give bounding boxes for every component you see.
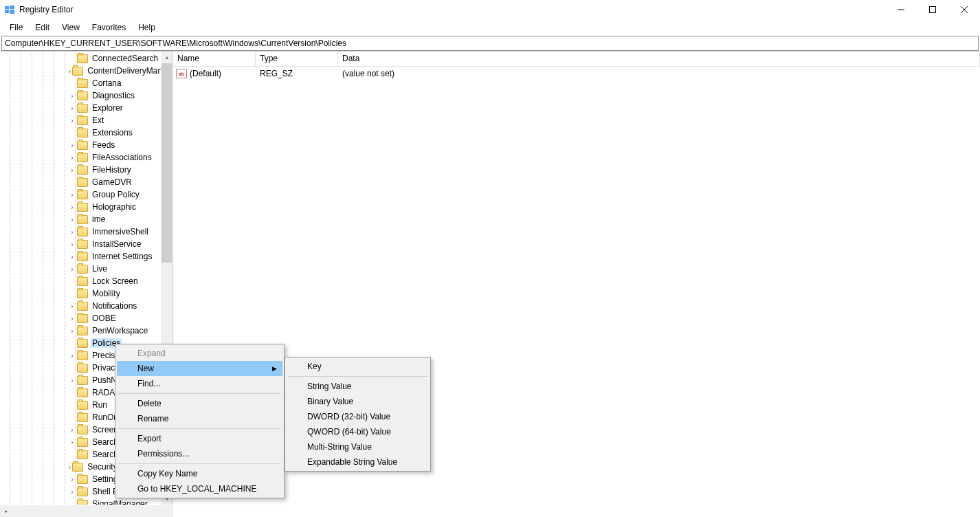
menu-help[interactable]: Help bbox=[133, 21, 161, 34]
context-menu: Expand New▶ Find... Delete Rename Export… bbox=[115, 344, 285, 498]
folder-icon bbox=[77, 190, 88, 199]
tree-item-label: Lock Screen bbox=[91, 276, 140, 286]
folder-icon bbox=[77, 129, 88, 138]
tree-item-label: Mobility bbox=[91, 289, 122, 298]
folder-icon bbox=[77, 54, 88, 63]
folder-icon bbox=[77, 475, 88, 484]
folder-icon bbox=[77, 252, 88, 261]
folder-icon bbox=[77, 388, 88, 397]
app-icon bbox=[4, 4, 15, 15]
tree-horizontal-scrollbar[interactable]: ◂ ▸ bbox=[0, 505, 173, 517]
svg-rect-0 bbox=[5, 6, 9, 9]
tree-item-label: Group Policy bbox=[91, 190, 141, 199]
folder-icon bbox=[77, 487, 88, 496]
folder-icon bbox=[72, 67, 83, 76]
ctx-export[interactable]: Export bbox=[117, 431, 282, 446]
tree-item-label: PenWorkspace bbox=[91, 326, 149, 336]
list-header: Name Type Data bbox=[173, 52, 980, 67]
ctx-goto-hklm[interactable]: Go to HKEY_LOCAL_MACHINE bbox=[117, 481, 282, 496]
maximize-button[interactable] bbox=[917, 0, 948, 19]
ctx-new-key[interactable]: Key bbox=[287, 359, 429, 374]
folder-icon bbox=[77, 500, 88, 505]
folder-icon bbox=[77, 450, 88, 459]
tree-item-label: Diagnostics bbox=[91, 91, 136, 100]
scroll-right-button[interactable]: ▸ bbox=[0, 505, 12, 517]
tree-item-label: InstallService bbox=[91, 239, 142, 249]
ctx-permissions[interactable]: Permissions... bbox=[117, 446, 282, 461]
tree-item-label: ConnectedSearch bbox=[91, 54, 159, 63]
folder-icon bbox=[77, 302, 88, 311]
ctx-new-dword[interactable]: DWORD (32-bit) Value bbox=[287, 409, 429, 424]
folder-icon bbox=[77, 166, 88, 175]
ctx-new-qword[interactable]: QWORD (64-bit) Value bbox=[287, 424, 429, 439]
column-name[interactable]: Name bbox=[173, 52, 256, 66]
ctx-expand[interactable]: Expand bbox=[117, 346, 282, 361]
column-type[interactable]: Type bbox=[256, 52, 338, 66]
ctx-new-string[interactable]: String Value bbox=[287, 379, 429, 394]
folder-icon bbox=[77, 438, 88, 447]
tree-item-label: Extensions bbox=[91, 128, 134, 138]
tree-item-label: Internet Settings bbox=[91, 252, 153, 261]
tree-item-label: FileHistory bbox=[91, 165, 133, 175]
tree-item-label: Cortana bbox=[91, 78, 123, 88]
value-row-default[interactable]: ab (Default) REG_SZ (value not set) bbox=[173, 67, 980, 80]
ctx-rename[interactable]: Rename bbox=[117, 411, 282, 426]
tree-item-label: GameDVR bbox=[91, 177, 133, 187]
title-bar: Registry Editor bbox=[0, 0, 980, 19]
ctx-find[interactable]: Find... bbox=[117, 376, 282, 391]
string-value-icon: ab bbox=[176, 69, 187, 78]
folder-icon bbox=[77, 376, 88, 385]
folder-icon bbox=[77, 277, 88, 286]
context-submenu-new: Key String Value Binary Value DWORD (32-… bbox=[285, 357, 431, 472]
minimize-button[interactable] bbox=[885, 0, 917, 19]
svg-rect-2 bbox=[5, 10, 9, 13]
tree-item-label: Holographic bbox=[91, 202, 137, 212]
close-button[interactable] bbox=[948, 0, 980, 19]
tree-item-label: ContentDeliveryManager bbox=[86, 66, 173, 76]
address-bar[interactable]: Computer\HKEY_CURRENT_USER\SOFTWARE\Micr… bbox=[1, 36, 979, 51]
folder-icon bbox=[77, 215, 88, 224]
tree-item-label: Notifications bbox=[91, 301, 138, 311]
value-name: (Default) bbox=[190, 69, 221, 78]
tree-item-label: ime bbox=[91, 214, 107, 224]
ctx-separator bbox=[118, 463, 281, 464]
tree-item-label: FileAssociations bbox=[91, 153, 153, 162]
menu-favorites[interactable]: Favorites bbox=[87, 21, 131, 34]
folder-icon bbox=[77, 228, 88, 236]
folder-icon bbox=[77, 153, 88, 162]
folder-icon bbox=[77, 240, 88, 249]
menu-file[interactable]: File bbox=[4, 21, 28, 34]
ctx-separator bbox=[118, 428, 281, 429]
tree-item-label: OOBE bbox=[91, 314, 118, 323]
value-type: REG_SZ bbox=[256, 69, 338, 78]
scroll-up-button[interactable]: ▴ bbox=[161, 52, 172, 63]
folder-icon bbox=[77, 364, 88, 373]
ctx-new-expandstring[interactable]: Expandable String Value bbox=[287, 454, 429, 470]
ctx-new[interactable]: New▶ bbox=[117, 361, 282, 376]
svg-rect-3 bbox=[10, 10, 14, 14]
column-data[interactable]: Data bbox=[338, 52, 980, 66]
folder-icon bbox=[77, 265, 88, 274]
svg-rect-5 bbox=[930, 7, 936, 13]
window-title: Registry Editor bbox=[19, 5, 885, 14]
folder-icon bbox=[77, 79, 88, 88]
address-path: Computer\HKEY_CURRENT_USER\SOFTWARE\Micr… bbox=[5, 38, 346, 48]
ctx-new-multistring[interactable]: Multi-String Value bbox=[287, 439, 429, 454]
menu-edit[interactable]: Edit bbox=[30, 21, 55, 34]
menu-view[interactable]: View bbox=[56, 21, 85, 34]
folder-icon bbox=[77, 203, 88, 212]
tree-item-label: SignalManager bbox=[91, 499, 149, 505]
tree-item-label: Run bbox=[91, 400, 109, 410]
folder-icon bbox=[77, 413, 88, 422]
folder-icon bbox=[77, 314, 88, 323]
ctx-new-binary[interactable]: Binary Value bbox=[287, 394, 429, 409]
tree-item-label: Explorer bbox=[91, 103, 124, 113]
folder-icon bbox=[72, 463, 83, 472]
ctx-copy-key-name[interactable]: Copy Key Name bbox=[117, 466, 282, 481]
scroll-thumb[interactable] bbox=[162, 63, 172, 263]
folder-icon bbox=[77, 401, 88, 410]
tree-item-label: Feeds bbox=[91, 140, 116, 150]
value-data: (value not set) bbox=[338, 69, 394, 78]
submenu-arrow-icon: ▶ bbox=[272, 365, 277, 372]
ctx-delete[interactable]: Delete bbox=[117, 396, 282, 411]
